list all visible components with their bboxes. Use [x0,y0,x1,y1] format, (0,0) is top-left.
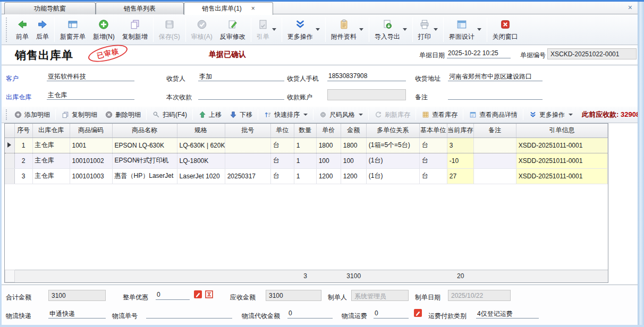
freight-field[interactable]: 0 [374,308,409,319]
cell-stock[interactable]: 27 [447,168,473,184]
col-header-warehouse[interactable]: 出库仓库 [32,124,70,137]
cell-price[interactable]: 100 [316,153,341,168]
row-marker[interactable] [5,153,14,168]
cell-batch[interactable] [225,137,270,153]
cell-base-unit[interactable]: 台 [419,153,447,168]
ref-doc-button[interactable]: 引单 [253,16,280,43]
tab-close-icon[interactable]: × [251,3,255,14]
close-icon[interactable]: × [628,3,632,12]
col-header-batch[interactable]: 批号 [225,124,270,137]
cell-batch[interactable] [225,153,270,168]
cell-price[interactable]: 1200 [316,168,341,184]
cell-base-unit[interactable]: 台 [419,168,447,184]
view-product-button[interactable]: 查看商品详情 [465,109,521,121]
cell-unit[interactable]: 台 [270,168,294,184]
col-header-name[interactable]: 商品名称 [112,124,177,137]
import-export-button[interactable]: 导入导出 [371,16,411,43]
chevron-down-icon[interactable] [303,114,308,116]
doc-number-field[interactable]: XSCKD-20251022-0001 [547,48,637,59]
cell-stock[interactable]: 3 [447,137,473,153]
cell-qty[interactable]: 1 [294,153,316,168]
audit-button[interactable]: 审核(A) [188,16,216,43]
cell-code[interactable]: 1001 [70,137,112,153]
next-doc-button[interactable]: 后单 [32,16,53,43]
cell-multi-unit[interactable]: (1箱=5个=5台) [366,137,419,153]
move-down-button[interactable]: 下移 [225,109,256,121]
quick-sort-button[interactable]: 快速排序 [260,109,311,121]
freight-type-field[interactable]: 4仅登记运费 [476,308,539,319]
chevron-down-icon[interactable] [434,28,438,31]
cell-remark[interactable] [473,153,516,168]
tab-sales-list[interactable]: 销售单列表 [96,2,184,14]
col-header-seq[interactable]: 序号 [14,124,32,137]
col-header-code[interactable]: 商品编码 [70,124,112,137]
save-button[interactable]: 保存(S) [155,16,184,43]
customer-field[interactable]: 亚拓软件科技 [47,71,134,81]
phone-field[interactable]: 18530837908 [327,71,406,81]
cell-base-unit[interactable]: 台 [419,137,447,153]
cell-seq[interactable]: 1 [14,137,32,153]
chevron-down-icon[interactable] [359,114,363,116]
add-new-button[interactable]: 新增(N) [89,16,118,43]
row-marker[interactable] [5,137,14,153]
cell-warehouse[interactable]: 主仓库 [32,168,70,184]
edit-red-icon[interactable] [194,290,202,299]
prev-doc-button[interactable]: 前单 [12,16,32,43]
account-field[interactable] [327,89,406,100]
col-header-spec[interactable]: 规格 [177,124,225,137]
warehouse-field[interactable]: 主仓库 [47,89,134,100]
chevron-down-icon[interactable] [359,28,363,31]
make-date-field[interactable]: 2025/10/22 [448,290,511,301]
cell-spec[interactable]: LaserJet 1020 [177,168,225,184]
cell-code[interactable]: 100101002 [70,153,112,168]
cell-spec[interactable]: LQ-630K | 620K [177,137,225,153]
more-actions-button[interactable]: 更多操作 [284,16,324,43]
col-header-qty[interactable]: 数量 [294,124,316,137]
cell-qty[interactable]: 1 [294,168,316,184]
cell-name[interactable]: EPSON LQ-630K [112,137,177,153]
scan-button[interactable]: 扫码(F4) [148,109,191,121]
print-button[interactable]: 打印 [414,16,442,43]
cell-name[interactable]: 惠普（HP）LaserJet [112,168,177,184]
col-header-ref[interactable]: 引单信息 [516,124,607,137]
chevron-down-icon[interactable] [403,28,407,31]
total-amount-field[interactable]: 3100 [48,290,106,301]
cell-seq[interactable]: 3 [14,168,32,184]
detail-more-button[interactable]: 更多操作 [525,109,577,121]
discount-field[interactable]: 0 [156,289,190,300]
new-window-button[interactable]: 新窗开单 [56,16,89,43]
close-window-button[interactable]: 关闭窗口 [489,16,522,43]
chevron-down-icon[interactable] [569,114,573,116]
cell-name[interactable]: EPSON针式打印机 [112,153,177,168]
doc-date-field[interactable]: 2025-10-22 10:25 [447,48,511,58]
cell-code[interactable]: 100101003 [70,168,112,184]
add-row-button[interactable]: 添加明细 [10,109,54,121]
col-header-price[interactable]: 单价 [316,124,341,137]
consignee-field[interactable]: 李加 [198,71,284,81]
address-field[interactable]: 河南省郑州市中原区建设路口 [448,71,543,81]
edit-red-icon[interactable] [414,309,422,317]
cell-unit[interactable]: 台 [270,153,294,168]
cell-remark[interactable] [473,137,516,153]
cell-stock[interactable]: -10 [447,153,473,168]
ui-design-button[interactable]: 界面设计 [445,16,485,43]
copy-new-button[interactable]: 复制新增 [118,16,151,43]
receivable-amount-field[interactable]: 3100 [266,290,321,301]
copy-row-button[interactable]: 复制明细 [57,109,101,121]
cell-seq[interactable]: 2 [14,153,32,168]
tab-nav-panel[interactable]: 功能导航窗 [4,2,96,14]
col-header-multi-unit[interactable]: 多单位关系 [366,124,419,137]
cell-amount[interactable]: 1200 [341,168,366,184]
cell-ref[interactable]: XSDD-20251011-0001 [516,168,607,184]
refresh-stock-button[interactable]: 刷新库存 [370,109,414,121]
remark-field[interactable] [448,89,543,100]
table-row[interactable]: 3 主仓库 100101003 惠普（HP）LaserJet LaserJet … [5,168,608,184]
cell-amount[interactable]: 1800 [341,137,366,153]
table-row[interactable]: 2 主仓库 100101002 EPSON针式打印机 LQ-1800K 台 1 … [5,153,608,168]
cell-amount[interactable]: 100 [341,153,366,168]
col-header-amount[interactable]: 金额 [341,124,366,137]
cell-warehouse[interactable]: 主仓库 [32,153,70,168]
col-header-remark[interactable]: 备注 [473,124,516,137]
cell-ref[interactable]: XSDD-20251011-0001 [516,137,607,153]
cell-remark[interactable] [473,168,516,184]
